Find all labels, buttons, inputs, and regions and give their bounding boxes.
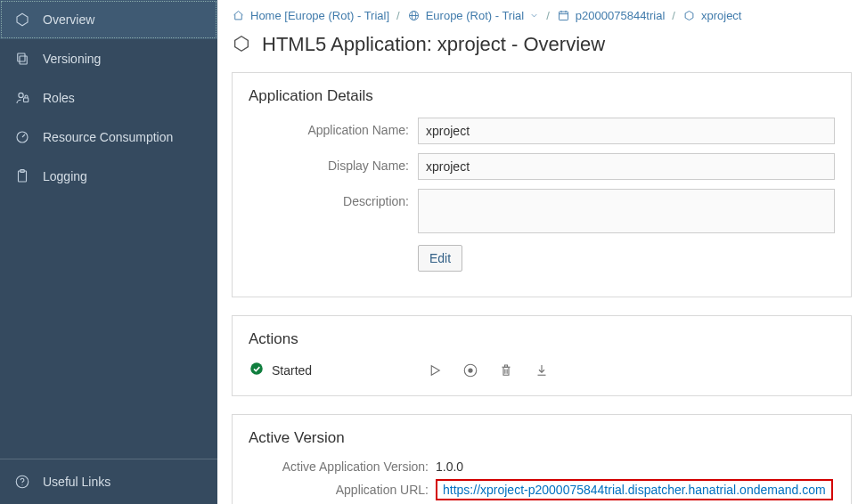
breadcrumb: Home [Europe (Rot) - Trial] / Europe (Ro… <box>217 0 866 28</box>
panel-title: Active Version <box>249 429 835 447</box>
sidebar-item-label: Versioning <box>43 52 101 66</box>
home-icon <box>232 9 245 22</box>
copy-icon <box>14 51 30 67</box>
sidebar-item-resource-consumption[interactable]: Resource Consumption <box>0 118 217 157</box>
application-url-link[interactable]: https://xproject-p2000075844trial.dispat… <box>443 483 826 497</box>
svg-marker-19 <box>235 36 249 51</box>
sidebar-item-logging[interactable]: Logging <box>0 157 217 196</box>
download-icon[interactable] <box>534 362 550 378</box>
svg-point-10 <box>21 484 22 485</box>
check-circle-icon <box>249 361 265 379</box>
label-active-version: Active Application Version: <box>249 459 436 474</box>
application-url-highlight: https://xproject-p2000075844trial.dispat… <box>436 479 833 500</box>
svg-rect-2 <box>18 53 25 61</box>
sidebar-item-label: Overview <box>43 12 94 27</box>
hexagon-icon <box>232 34 251 56</box>
breadcrumb-region[interactable]: Europe (Rot) - Trial <box>407 9 540 22</box>
status-text: Started <box>272 363 312 378</box>
gauge-icon <box>14 129 30 145</box>
svg-point-20 <box>250 362 263 375</box>
svg-rect-1 <box>20 56 27 64</box>
label-application-url: Application URL: <box>249 483 436 497</box>
svg-point-23 <box>468 368 472 372</box>
panel-active-version: Active Version Active Application Versio… <box>232 414 852 504</box>
user-lock-icon <box>14 90 30 106</box>
chevron-down-icon <box>529 11 539 20</box>
breadcrumb-account[interactable]: p2000075844trial <box>557 9 665 22</box>
svg-marker-18 <box>685 12 693 20</box>
trash-icon[interactable] <box>498 362 514 378</box>
input-display-name[interactable] <box>418 153 835 180</box>
play-icon[interactable] <box>427 362 443 378</box>
label-display-name: Display Name: <box>249 153 418 173</box>
panel-actions: Actions Started <box>232 315 852 396</box>
label-description: Description: <box>249 189 418 208</box>
sidebar-item-useful-links[interactable]: Useful Links <box>0 459 217 504</box>
page-title: HTML5 Application: xproject - Overview <box>262 33 605 56</box>
hexagon-icon <box>14 12 30 28</box>
globe-icon <box>407 9 421 22</box>
app-status: Started <box>249 361 427 379</box>
svg-marker-21 <box>431 365 439 375</box>
panel-title: Actions <box>249 330 835 348</box>
sidebar-item-overview[interactable]: Overview <box>0 0 217 39</box>
breadcrumb-app[interactable]: xproject <box>682 9 742 22</box>
sidebar: Overview Versioning Roles Resource Consu… <box>0 0 217 504</box>
stop-icon[interactable] <box>462 362 478 378</box>
sidebar-item-roles[interactable]: Roles <box>0 78 217 118</box>
breadcrumb-home[interactable]: Home [Europe (Rot) - Trial] <box>232 9 389 22</box>
sidebar-item-label: Roles <box>43 91 75 105</box>
hexagon-icon <box>682 9 696 22</box>
input-app-name[interactable] <box>418 118 835 144</box>
value-active-version: 1.0.0 <box>436 459 463 474</box>
help-icon <box>14 474 30 490</box>
sidebar-item-label: Logging <box>43 169 87 183</box>
svg-point-3 <box>19 93 23 97</box>
calendar-icon <box>557 9 570 22</box>
main-area: Home [Europe (Rot) - Trial] / Europe (Ro… <box>217 0 866 504</box>
sidebar-item-label: Resource Consumption <box>43 130 173 144</box>
panel-application-details: Application Details Application Name: Di… <box>232 72 852 297</box>
svg-rect-4 <box>24 98 29 102</box>
svg-line-6 <box>22 134 25 137</box>
sidebar-item-label: Useful Links <box>43 475 110 489</box>
svg-marker-0 <box>17 13 28 26</box>
edit-button[interactable]: Edit <box>418 245 462 272</box>
input-description[interactable] <box>418 189 835 233</box>
sidebar-item-versioning[interactable]: Versioning <box>0 39 217 78</box>
panel-title: Application Details <box>249 87 835 105</box>
label-app-name: Application Name: <box>249 118 418 137</box>
svg-rect-14 <box>559 12 568 20</box>
clipboard-icon <box>14 168 30 184</box>
